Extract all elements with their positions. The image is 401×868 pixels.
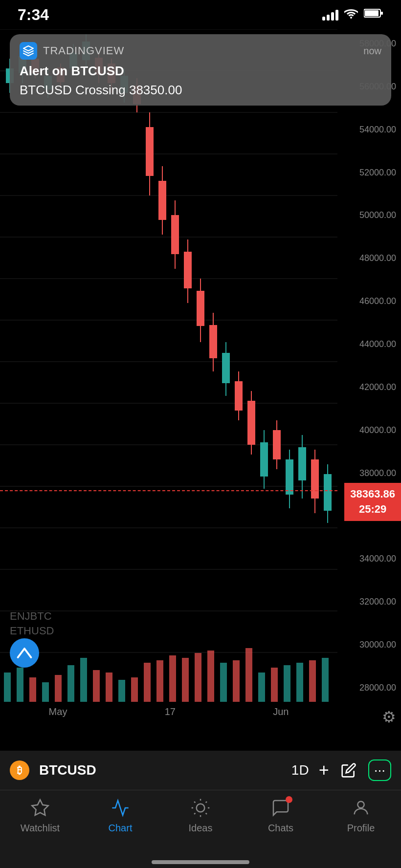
svg-rect-54: [222, 353, 230, 383]
ticker-actions: + ···: [319, 760, 391, 781]
svg-rect-96: [322, 658, 329, 702]
tradingview-icon: [20, 42, 37, 60]
candlestick-chart[interactable]: [0, 29, 337, 689]
svg-rect-81: [131, 677, 138, 702]
svg-rect-68: [311, 459, 319, 499]
battery-icon: [364, 8, 383, 22]
svg-rect-58: [247, 401, 255, 445]
nav-watchlist-label: Watchlist: [21, 823, 60, 834]
svg-rect-86: [195, 653, 201, 702]
notification-header: TRADINGVIEW now: [20, 42, 381, 60]
date-may: May: [49, 706, 67, 717]
svg-rect-90: [245, 648, 252, 702]
price-50000: 50000.00: [337, 211, 396, 219]
watchlist-overlay: ENJBTC ETHUSD: [5, 609, 59, 638]
svg-rect-74: [42, 682, 49, 702]
svg-rect-73: [29, 677, 36, 702]
btc-icon: ₿: [10, 760, 29, 780]
price-28000: 28000.00: [337, 683, 396, 692]
svg-line-106: [206, 802, 207, 803]
add-button[interactable]: +: [319, 760, 329, 781]
svg-rect-56: [235, 381, 243, 411]
ideas-icon-wrapper: [191, 798, 210, 820]
svg-rect-93: [284, 665, 290, 702]
price-axis: 58000.00 56000.00 54000.00 52000.00 5000…: [337, 29, 401, 702]
svg-rect-88: [220, 663, 227, 702]
svg-rect-48: [184, 252, 192, 288]
nav-chats-label: Chats: [268, 823, 293, 834]
timeframe[interactable]: 1D: [291, 762, 309, 778]
notif-app-info: TRADINGVIEW: [20, 42, 124, 60]
svg-rect-2: [381, 12, 383, 15]
price-34000: 34000.00: [337, 554, 396, 563]
more-button[interactable]: ···: [368, 760, 391, 781]
svg-rect-83: [156, 660, 163, 702]
price-32000: 32000.00: [337, 597, 396, 606]
status-time: 7:34: [18, 6, 49, 24]
svg-point-98: [197, 804, 205, 812]
svg-rect-92: [271, 668, 278, 702]
svg-rect-79: [106, 673, 112, 702]
svg-rect-80: [118, 680, 125, 702]
nav-ideas-label: Ideas: [189, 823, 213, 834]
date-axis: May 17 Jun: [0, 702, 337, 721]
notif-app-name: TRADINGVIEW: [43, 44, 124, 57]
svg-rect-95: [309, 660, 316, 702]
price-42000: 42000.00: [337, 383, 396, 391]
chats-icon-wrapper: [271, 798, 290, 820]
svg-rect-42: [146, 127, 154, 176]
status-icons: [322, 8, 383, 22]
svg-rect-82: [144, 663, 151, 702]
svg-rect-84: [169, 655, 176, 702]
current-price-time: 25:29: [350, 502, 395, 517]
ticker-symbol[interactable]: BTCUSD: [39, 762, 282, 778]
svg-rect-66: [298, 447, 306, 480]
profile-icon-wrapper: [351, 798, 371, 820]
notif-title: Alert on BTCUSD: [20, 64, 381, 79]
date-jun: Jun: [273, 706, 289, 717]
svg-rect-87: [207, 651, 214, 702]
svg-rect-77: [80, 658, 87, 702]
nav-chart[interactable]: Chart: [80, 798, 160, 834]
svg-line-105: [194, 813, 195, 814]
svg-rect-1: [365, 10, 379, 16]
bottom-nav: Watchlist Chart Ideas: [0, 790, 401, 868]
svg-rect-94: [296, 663, 303, 702]
svg-rect-64: [286, 459, 293, 495]
nav-watchlist[interactable]: Watchlist: [0, 798, 80, 834]
chart-area[interactable]: 58000.00 56000.00 54000.00 52000.00 5000…: [0, 0, 401, 751]
nav-profile-label: Profile: [347, 823, 375, 834]
date-17: 17: [165, 706, 176, 717]
svg-rect-72: [17, 668, 23, 702]
price-46000: 46000.00: [337, 297, 396, 305]
svg-rect-75: [55, 675, 62, 702]
svg-rect-78: [93, 670, 100, 702]
wifi-icon: [344, 8, 358, 22]
nav-ideas[interactable]: Ideas: [160, 798, 241, 834]
chart-settings-icon[interactable]: ⚙: [382, 708, 396, 726]
svg-rect-76: [67, 665, 74, 702]
price-52000: 52000.00: [337, 168, 396, 177]
svg-rect-62: [273, 430, 281, 459]
svg-line-101: [194, 802, 195, 803]
svg-marker-97: [32, 800, 48, 815]
svg-rect-46: [171, 215, 179, 254]
current-price-value: 38363.86: [350, 487, 395, 502]
price-30000: 30000.00: [337, 640, 396, 649]
svg-rect-50: [197, 291, 204, 326]
nav-chats[interactable]: Chats: [241, 798, 321, 834]
chart-icon-wrapper: [111, 798, 130, 820]
chats-badge: [286, 796, 292, 803]
price-line: [0, 490, 337, 491]
nav-profile[interactable]: Profile: [321, 798, 401, 834]
price-44000: 44000.00: [337, 340, 396, 348]
price-40000: 40000.00: [337, 426, 396, 434]
notification-banner[interactable]: TRADINGVIEW now Alert on BTCUSD BTCUSD C…: [10, 34, 391, 106]
status-bar: 7:34: [0, 0, 401, 29]
price-54000: 54000.00: [337, 125, 396, 134]
watchlist-icon-wrapper: [30, 798, 50, 820]
svg-line-102: [206, 813, 207, 814]
notif-body: BTCUSD Crossing 38350.00: [20, 83, 381, 98]
edit-button[interactable]: [341, 762, 356, 778]
svg-rect-89: [233, 660, 240, 702]
